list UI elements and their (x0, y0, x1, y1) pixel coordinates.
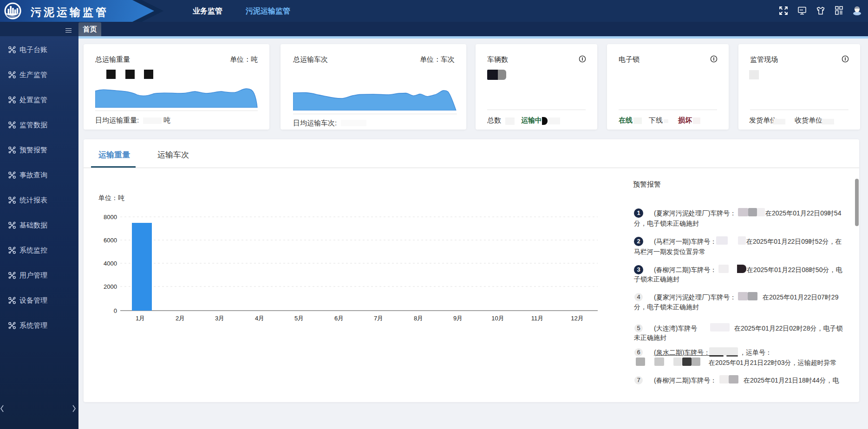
svg-text:7月: 7月 (374, 315, 383, 322)
svg-text:6月: 6月 (334, 315, 344, 322)
svg-text:2000: 2000 (104, 283, 117, 290)
svg-text:5月: 5月 (294, 315, 304, 322)
svg-text:6000: 6000 (104, 237, 117, 244)
svg-text:8000: 8000 (104, 214, 117, 221)
svg-text:0: 0 (114, 307, 117, 314)
svg-text:2月: 2月 (176, 315, 185, 322)
svg-text:8月: 8月 (414, 315, 423, 322)
svg-text:11月: 11月 (531, 315, 544, 322)
svg-text:10月: 10月 (491, 315, 504, 322)
svg-text:4000: 4000 (104, 260, 117, 267)
svg-text:9月: 9月 (453, 315, 463, 322)
svg-text:12月: 12月 (571, 315, 583, 322)
svg-text:4月: 4月 (255, 315, 264, 322)
svg-text:3月: 3月 (215, 315, 224, 322)
svg-text:1月: 1月 (136, 315, 145, 322)
